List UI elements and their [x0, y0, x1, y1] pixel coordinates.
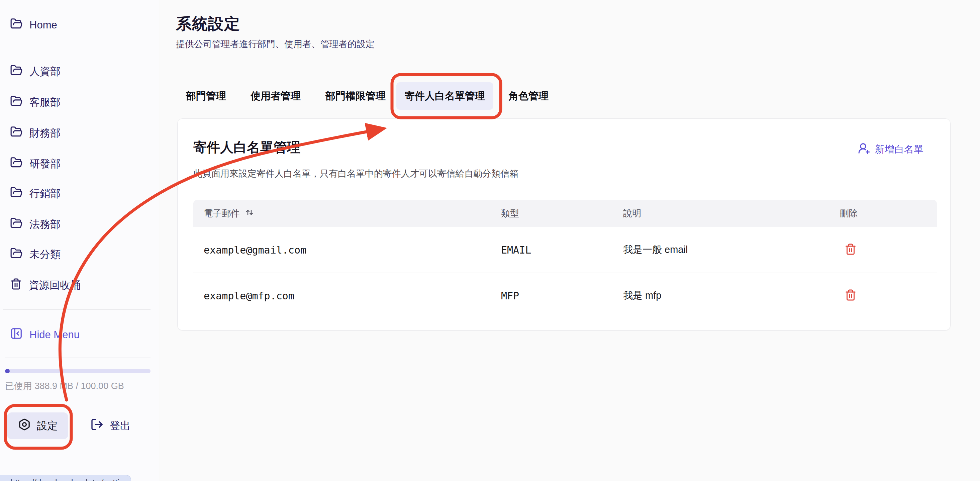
sidebar-item-hr-dept[interactable]: 人資部	[10, 62, 60, 81]
sidebar-item-label: 財務部	[29, 126, 60, 140]
trash-icon	[845, 297, 857, 302]
cell-email: example@mfp.com	[204, 290, 501, 302]
sidebar-item-label: 客服部	[29, 96, 60, 109]
folder-open-icon	[10, 18, 23, 33]
whitelist-panel: 寄件人白名單管理 此頁面用來設定寄件人白名單，只有白名單中的寄件人才可以寄信給自…	[177, 118, 951, 330]
folder-open-icon	[10, 64, 23, 79]
panel-collapse-icon	[10, 327, 23, 342]
storage-progress-used	[5, 369, 10, 373]
storage-usage-text: 已使用 388.9 MB / 100.00 GB	[5, 380, 124, 392]
folder-open-icon	[10, 156, 23, 172]
logout-button[interactable]: 登出	[90, 416, 130, 436]
app-root: Home 人資部 客服部 財務部 研發部 行銷部 法務部 未分類	[0, 0, 980, 481]
sort-icon[interactable]	[245, 207, 255, 220]
divider	[5, 358, 151, 358]
table-row: example@gmail.com EMAIL 我是一般 email	[193, 227, 937, 272]
trash-icon	[845, 251, 857, 256]
sidebar-item-label: 研發部	[29, 157, 60, 171]
sidebar-item-recycle-bin[interactable]: 資源回收桶	[10, 276, 81, 295]
browser-status-url: https://dev.docubank.tw/settings	[0, 475, 131, 481]
sidebar-item-rd-dept[interactable]: 研發部	[10, 155, 60, 173]
folder-open-icon	[10, 186, 23, 201]
sidebar-item-uncategorized[interactable]: 未分類	[10, 245, 60, 264]
sidebar-item-cs-dept[interactable]: 客服部	[10, 93, 60, 111]
panel-title: 寄件人白名單管理	[193, 138, 301, 156]
column-header-delete: 刪除	[840, 207, 937, 220]
folder-open-icon	[10, 126, 23, 141]
table-row: example@mfp.com MFP 我是 mfp	[193, 272, 937, 319]
cell-type: EMAIL	[501, 244, 623, 256]
add-whitelist-label: 新增白名單	[875, 143, 923, 156]
user-plus-icon	[858, 142, 870, 157]
cell-description: 我是 mfp	[623, 289, 840, 303]
column-header-description: 說明	[623, 207, 840, 220]
sidebar-item-label: 資源回收桶	[29, 278, 81, 292]
logout-button-label: 登出	[110, 419, 130, 433]
divider	[3, 46, 151, 46]
sidebar-item-home[interactable]: Home	[10, 16, 57, 34]
tab-role-management[interactable]: 角色管理	[508, 82, 549, 110]
column-header-email[interactable]: 電子郵件	[204, 207, 501, 220]
column-header-type: 類型	[501, 207, 623, 220]
storage-progress-bar	[5, 369, 151, 373]
divider	[5, 402, 151, 402]
sidebar-item-label: 行銷部	[29, 186, 60, 201]
settings-nut-icon	[18, 418, 31, 434]
sidebar-item-label: 人資部	[29, 65, 60, 79]
sidebar-item-finance-dept[interactable]: 財務部	[10, 124, 60, 142]
folder-open-icon	[10, 247, 23, 262]
settings-button[interactable]: 設定	[7, 413, 68, 439]
divider	[3, 309, 151, 310]
folder-open-icon	[10, 95, 23, 110]
tab-department-permission-management[interactable]: 部門權限管理	[325, 82, 386, 110]
sidebar: Home 人資部 客服部 財務部 研發部 行銷部 法務部 未分類	[0, 0, 159, 481]
sidebar-item-marketing-dept[interactable]: 行銷部	[10, 185, 60, 203]
sidebar-item-label: 未分類	[29, 247, 60, 261]
folder-open-icon	[10, 217, 23, 232]
settings-button-label: 設定	[37, 419, 57, 433]
logout-icon	[90, 418, 104, 434]
panel-description: 此頁面用來設定寄件人白名單，只有白名單中的寄件人才可以寄信給自動分類信箱	[193, 167, 519, 180]
hide-menu-label: Hide Menu	[29, 329, 80, 341]
delete-row-button[interactable]	[844, 243, 857, 256]
cell-email: example@gmail.com	[204, 244, 501, 256]
table-header-row: 電子郵件 類型 說明 刪除	[193, 200, 937, 227]
tab-department-management[interactable]: 部門管理	[186, 82, 226, 110]
page-subtitle: 提供公司管理者進行部門、使用者、管理者的設定	[176, 38, 375, 50]
cell-description: 我是一般 email	[623, 243, 840, 256]
divider	[175, 66, 955, 66]
sidebar-item-legal-dept[interactable]: 法務部	[10, 215, 60, 234]
hide-menu-button[interactable]: Hide Menu	[10, 326, 80, 344]
add-whitelist-button[interactable]: 新增白名單	[858, 142, 923, 157]
tab-user-management[interactable]: 使用者管理	[251, 82, 301, 110]
cell-type: MFP	[501, 290, 623, 302]
page-title: 系統設定	[176, 13, 240, 35]
tab-sender-whitelist-management[interactable]: 寄件人白名單管理	[396, 82, 493, 110]
whitelist-table: 電子郵件 類型 說明 刪除 example@gmail.com EMAIL 我是…	[193, 200, 937, 319]
sidebar-item-label: Home	[29, 19, 57, 31]
delete-row-button[interactable]	[844, 289, 857, 303]
sidebar-item-label: 法務部	[29, 217, 60, 231]
trash-icon	[10, 278, 22, 293]
